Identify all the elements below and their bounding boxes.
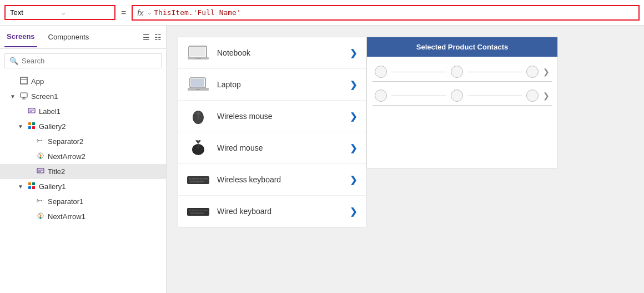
product-item-wireless-mouse[interactable]: Wireless mouse ❯ [178, 101, 366, 132]
formula-chevron-icon: ⌵ [148, 9, 152, 16]
dropdown-chevron-icon: ⌵ [62, 9, 110, 16]
svg-rect-21 [28, 186, 31, 189]
product-list: Notebook ❯ Laptop ❯ [178, 37, 366, 227]
gallery-icon [27, 122, 37, 131]
product-name-wired-mouse: Wired mouse [217, 143, 342, 152]
contact-circle [526, 90, 539, 102]
tree-item-label1[interactable]: Label1 [0, 104, 166, 119]
tree-separator2-label: Separator2 [48, 137, 83, 146]
sidebar: Screens Components ☰ ☷ 🔍 App [0, 26, 167, 293]
contact-row-2: ❯ [373, 86, 552, 106]
svg-rect-20 [32, 182, 35, 185]
contact-line [391, 72, 446, 72]
tree-screen1-label: Screen1 [31, 92, 58, 101]
svg-rect-42 [188, 177, 209, 183]
search-input[interactable] [22, 57, 157, 65]
expand-icon: ▼ [17, 183, 24, 190]
svg-rect-47 [200, 178, 202, 180]
app-icon [19, 77, 29, 86]
product-name-wireless-mouse: Wireless mouse [217, 112, 342, 121]
svg-rect-27 [190, 47, 205, 56]
title-icon [36, 167, 46, 176]
product-arrow-notebook: ❯ [350, 48, 357, 58]
svg-rect-56 [197, 210, 199, 211]
product-arrow-wireless-keyboard: ❯ [350, 175, 357, 185]
tab-components[interactable]: Components [46, 27, 92, 47]
contact-circle [526, 66, 539, 78]
contact-circle [451, 66, 463, 78]
svg-rect-50 [190, 181, 204, 182]
product-item-wireless-keyboard[interactable]: Wireless keyboard ❯ [178, 164, 366, 196]
contacts-header: Selected Product Contacts [367, 37, 557, 57]
svg-rect-46 [197, 178, 199, 180]
tree-item-gallery1[interactable]: ▼ Gallery1 [0, 179, 166, 194]
product-item-wired-mouse[interactable]: Wired mouse ❯ [178, 132, 366, 164]
tree-item-title2[interactable]: Title2 [0, 164, 166, 179]
tree-item-app[interactable]: App [0, 74, 166, 89]
product-name-wired-keyboard: Wired keyboard [217, 207, 342, 216]
tree-nextarrow2-label: NextArrow2 [48, 152, 85, 161]
svg-rect-19 [28, 182, 31, 185]
svg-rect-12 [32, 126, 35, 129]
property-label: Text [10, 8, 58, 17]
product-arrow-laptop: ❯ [350, 80, 357, 90]
formula-bar[interactable]: fx ⌵ ThisItem.'Full Name' [132, 5, 640, 21]
svg-rect-2 [21, 93, 27, 97]
expand-icon: ▼ [17, 123, 24, 130]
list-view-icon[interactable]: ☰ [143, 33, 150, 42]
product-name-wireless-keyboard: Wireless keyboard [217, 175, 342, 184]
label-icon [27, 107, 37, 116]
svg-rect-58 [203, 210, 205, 211]
grid-view-icon[interactable]: ☷ [154, 33, 162, 42]
contacts-panel: Selected Product Contacts ❯ [366, 37, 558, 168]
svg-rect-49 [205, 178, 208, 180]
nextarrow-icon [36, 152, 46, 161]
expand-icon: ▼ [9, 93, 17, 100]
svg-rect-57 [200, 210, 202, 211]
contact-circle [451, 90, 463, 102]
tree-item-separator2[interactable]: Separator2 [0, 134, 166, 149]
svg-rect-33 [196, 89, 200, 90]
svg-rect-10 [32, 122, 35, 125]
svg-rect-52 [188, 208, 209, 215]
tree-nextarrow1-label: NextArrow1 [48, 212, 85, 221]
svg-rect-31 [191, 79, 204, 87]
product-img-laptop [187, 76, 209, 93]
product-img-wireless-mouse [187, 107, 209, 125]
fx-label: fx [137, 8, 143, 17]
tree-item-screen1[interactable]: ▼ Screen1 [0, 89, 166, 104]
svg-point-37 [196, 112, 200, 115]
product-img-wired-keyboard [187, 202, 209, 220]
sidebar-icons: ☰ ☷ [143, 33, 162, 42]
tree-title2-label: Title2 [48, 167, 65, 176]
tree-item-gallery2[interactable]: ▼ Gallery2 [0, 119, 166, 134]
top-bar: Text ⌵ = fx ⌵ ThisItem.'Full Name' [0, 0, 644, 26]
svg-point-15 [40, 157, 42, 159]
contact-line [391, 96, 446, 96]
svg-rect-44 [192, 178, 194, 180]
product-img-wireless-keyboard [187, 171, 209, 188]
product-item-laptop[interactable]: Laptop ❯ [178, 69, 366, 101]
tree-item-nextarrow2[interactable]: NextArrow2 [0, 149, 166, 164]
svg-rect-59 [205, 210, 208, 211]
tab-screens[interactable]: Screens [4, 27, 37, 47]
formula-text: ThisItem.'Full Name' [154, 8, 241, 17]
product-item-notebook[interactable]: Notebook ❯ [178, 37, 366, 69]
product-img-notebook [187, 44, 209, 62]
contact-circle [375, 90, 387, 102]
sidebar-tabs: Screens Components ☰ ☷ [0, 26, 166, 49]
product-img-wired-mouse [187, 139, 209, 157]
equals-sign: = [119, 8, 128, 18]
property-dropdown[interactable]: Text ⌵ [4, 5, 115, 20]
tree-item-nextarrow1[interactable]: NextArrow1 [0, 209, 166, 224]
svg-rect-9 [28, 122, 31, 125]
svg-rect-55 [194, 210, 197, 211]
tree-item-separator1[interactable]: Separator1 [0, 194, 166, 209]
svg-rect-22 [32, 186, 35, 189]
tree-label1-label: Label1 [39, 107, 61, 116]
nextarrow1-icon [36, 212, 46, 221]
main-area: Screens Components ☰ ☷ 🔍 App [0, 26, 644, 293]
contact-arrow: ❯ [543, 91, 550, 100]
product-item-wired-keyboard[interactable]: Wired keyboard ❯ [178, 196, 366, 227]
product-arrow-wired-mouse: ❯ [350, 143, 357, 153]
